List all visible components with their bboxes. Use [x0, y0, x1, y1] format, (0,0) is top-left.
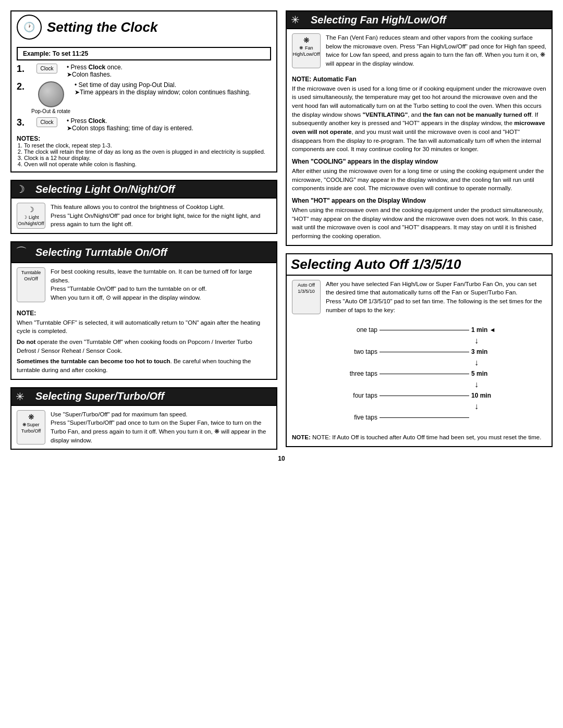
pop-out-dial — [38, 81, 64, 107]
fan-auto-text: If the microwave oven is used for a long… — [292, 84, 546, 154]
notes-title: NOTES: — [17, 135, 271, 142]
super-turbo-description: Use "Super/Turbo/Off" pad for maximum fa… — [51, 410, 271, 445]
fan-btn-line1: ❋ Fan — [299, 45, 313, 51]
turntable-bold-note1: Do not operate the oven "Turntable Off" … — [17, 338, 271, 355]
light-btn-line2: On/Night/Off — [18, 221, 44, 226]
clock-button-3: Clock — [36, 117, 57, 127]
step-2-image: Pop-Out & rotate — [31, 81, 70, 114]
step-3-image: Clock — [31, 117, 63, 127]
turntable-note-text: When "Turntable OFF" is selected, it wil… — [17, 318, 271, 336]
chart-row-3: three taps 5 min — [341, 367, 497, 380]
turntable-bold-note2: Sometimes the turntable can become too h… — [17, 357, 271, 374]
clock-step-1: 1. Clock • Press Clock once.➤Colon flash… — [17, 64, 271, 78]
light-title: Selecting Light On/Night/Off — [35, 183, 175, 195]
chart-row-4: four taps 10 min — [341, 389, 497, 402]
super-turbo-header: ✳ Selecting Super/Turbo/Off — [11, 388, 276, 406]
clock-title: Setting the Clock — [47, 19, 157, 35]
fan-button-visual: ❋ ❋ Fan High/Low/Off — [292, 33, 321, 68]
auto-off-body: Auto Off 1/3/5/10 After you have selecte… — [287, 276, 552, 319]
turntable-description: For best cooking results, leave the turn… — [51, 267, 271, 302]
chart-value-2: 3 min — [471, 348, 497, 355]
light-section: ☽ Selecting Light On/Night/Off ☽ ☽ Light… — [10, 180, 277, 234]
step-1-text: • Press Clock once.➤Colon flashes. — [67, 64, 271, 78]
fan-header: ✳ Selecting Fan High/Low/Off — [287, 11, 552, 29]
dial-label: Pop-Out & rotate — [31, 108, 70, 114]
auto-off-btn-line1: Auto Off — [298, 282, 315, 288]
notes-list: To reset the clock, repeat step 1-3. The… — [17, 142, 271, 167]
auto-off-note-text: NOTE: NOTE: If Auto Off is touched after… — [292, 433, 546, 442]
super-btn-icon: ❋ — [28, 413, 34, 421]
clock-example-label: Example: To set 11:25 — [17, 47, 271, 60]
clock-step-2: 2. Pop-Out & rotate • Set time of day us… — [17, 81, 271, 114]
chart-row-2: two taps 3 min — [341, 346, 497, 358]
super-turbo-icon: ✳ — [16, 390, 31, 403]
clock-icon: 🕐 — [17, 15, 42, 40]
turntable-section: ⌒ Selecting Turntable On/Off Turntable O… — [10, 241, 277, 380]
turntable-body: Turntable On/Off For best cooking result… — [11, 263, 276, 306]
auto-off-chart: one tap 1 min ◄ ↓ two taps 3 min ↓ — [287, 318, 552, 429]
clock-notes: NOTES: To reset the clock, repeat step 1… — [17, 135, 271, 167]
super-turbo-title: Selecting Super/Turbo/Off — [35, 390, 164, 402]
turntable-btn-line1: Turntable — [21, 270, 41, 275]
light-btn-icon: ☽ — [28, 205, 34, 214]
chart-label-1: one tap — [341, 326, 377, 334]
note-item: Oven will not operate while colon is fla… — [24, 161, 271, 167]
chart-label-2: two taps — [341, 348, 377, 355]
chart-label-3: three taps — [341, 370, 377, 377]
chart-value-1: 1 min ◄ — [471, 326, 497, 334]
chart-line-4 — [380, 396, 469, 396]
step-3-text: • Press Clock.➤Colon stops flashing; tim… — [67, 117, 271, 132]
chart-label-4: four taps — [341, 392, 377, 399]
super-turbo-section: ✳ Selecting Super/Turbo/Off ❋ ❋Super Tur… — [10, 387, 277, 450]
hot-title: When "HOT" appears on the Display Window — [292, 197, 546, 204]
auto-off-button-visual: Auto Off 1/3/5/10 — [292, 280, 321, 315]
turntable-title: Selecting Turntable On/Off — [35, 246, 167, 258]
fan-icon: ✳ — [291, 14, 307, 26]
chart-line-2 — [380, 352, 469, 352]
light-button-visual: ☽ ☽ Light On/Night/Off — [17, 203, 45, 229]
page-number: 10 — [10, 455, 553, 462]
super-turbo-body: ❋ ❋Super Turbo/Off Use "Super/Turbo/Off"… — [11, 406, 276, 449]
fan-notes: NOTE: Automatic Fan If the microwave ove… — [287, 76, 552, 245]
auto-off-description: After you have selected Fan High/Low or … — [326, 280, 546, 315]
fan-title: Selecting Fan High/Low/Off — [311, 14, 446, 26]
clock-section: 🕐 Setting the Clock Example: To set 11:2… — [10, 10, 277, 172]
turntable-header: ⌒ Selecting Turntable On/Off — [11, 242, 276, 263]
auto-off-header: Selecting Auto Off 1/3/5/10 — [287, 254, 552, 276]
fan-btn-icon: ❋ — [303, 36, 310, 44]
turntable-note-title: NOTE: — [17, 310, 271, 317]
chart-line-3 — [380, 374, 469, 374]
turntable-icon: ⌒ — [16, 244, 31, 260]
chart-arrow-2: ↓ — [346, 358, 503, 367]
chart-row-5: five taps — [341, 411, 497, 424]
step-number-3: 3. — [17, 117, 27, 128]
fan-body: ❋ ❋ Fan High/Low/Off The Fan (Vent Fan) … — [287, 29, 552, 72]
light-description: This feature allows you to control the b… — [51, 203, 271, 229]
chart-arrow-1: ↓ — [346, 336, 503, 346]
clock-step-3: 3. Clock • Press Clock.➤Colon stops flas… — [17, 117, 271, 132]
clock-header: 🕐 Setting the Clock — [11, 11, 276, 43]
auto-off-note: NOTE: NOTE: If Auto Off is touched after… — [287, 429, 552, 446]
fan-btn-line2: High/Low/Off — [293, 52, 320, 57]
step-number-1: 1. — [17, 64, 27, 75]
clock-button-1: Clock — [36, 64, 57, 73]
fan-auto-title: NOTE: Automatic Fan — [292, 76, 546, 83]
fan-section: ✳ Selecting Fan High/Low/Off ❋ ❋ Fan Hig… — [286, 10, 553, 246]
cooling-text: After either using the microwave oven fo… — [292, 167, 546, 193]
note-item: To reset the clock, repeat step 1-3. — [24, 142, 271, 149]
chart-line-1 — [380, 330, 469, 330]
turntable-button-visual: Turntable On/Off — [17, 267, 45, 302]
step-2-text: • Set time of day using Pop-Out Dial.➤Ti… — [75, 81, 271, 96]
super-turbo-button-visual: ❋ ❋Super Turbo/Off — [17, 410, 45, 445]
chart-value-3: 5 min — [471, 370, 497, 377]
step-1-image: Clock — [31, 64, 63, 73]
auto-off-section: Selecting Auto Off 1/3/5/10 Auto Off 1/3… — [286, 253, 553, 447]
light-btn-line1: ☽ Light — [23, 215, 39, 220]
chart-arrow-4: ↓ — [346, 402, 503, 411]
auto-off-btn-line2: 1/3/5/10 — [298, 289, 315, 294]
chart-line-5 — [380, 417, 469, 418]
note-item: Clock is a 12 hour display. — [24, 155, 271, 161]
note-item: The clock will retain the time of day as… — [24, 149, 271, 155]
super-btn-line2: Turbo/Off — [21, 428, 41, 434]
chart-label-5: five taps — [341, 414, 377, 421]
